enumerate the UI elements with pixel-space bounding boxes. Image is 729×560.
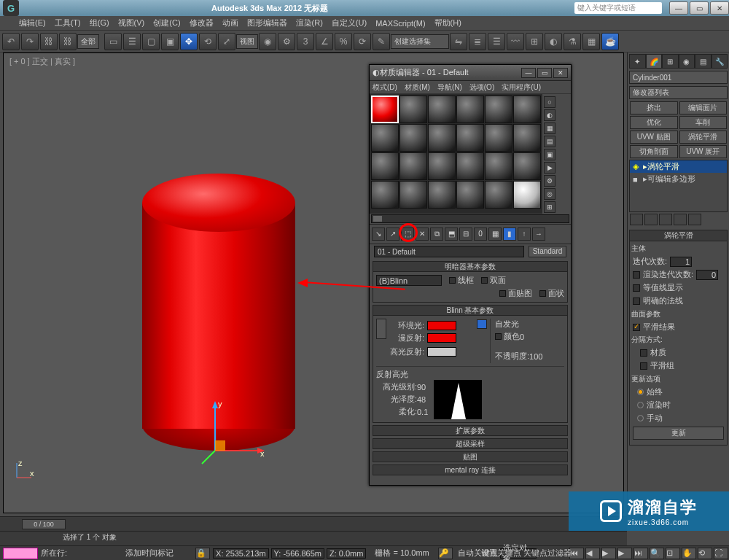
pivot-center-button[interactable]: ◉ [259,33,276,50]
menu-graph[interactable]: 图形编辑器 [247,18,287,28]
minimize-button[interactable]: — [669,1,688,15]
material-map-nav-button[interactable]: ⊞ [544,201,555,213]
shader-type-dropdown[interactable]: (B)Blinn [376,275,442,286]
menu-group[interactable]: 组(G) [90,18,109,28]
object-name-field[interactable]: Cylinder001 [629,71,728,84]
material-slot[interactable] [399,96,427,123]
tab-display[interactable]: ▤ [695,54,712,69]
faceted-checkbox[interactable] [539,290,546,297]
iterations-spinner[interactable]: 1 [670,257,692,267]
snap-toggle-button[interactable]: 3 [297,33,314,50]
setkey-button[interactable]: 设置关键点 [481,548,521,557]
material-id-button[interactable]: 0 [474,228,487,241]
video-check-button[interactable]: ▣ [544,149,555,160]
material-slot[interactable] [513,124,541,152]
material-slot[interactable] [485,124,512,152]
help-search-input[interactable]: 键入关键字或短语 [574,2,662,14]
material-slot[interactable] [371,124,399,152]
app-logo-icon[interactable]: G [3,0,19,16]
rollout-blinn-params[interactable]: Blinn 基本参数 [373,305,568,316]
configure-sets-button[interactable] [688,214,701,225]
rollout-mentalray[interactable]: mental ray 连接 [373,464,568,475]
material-slot[interactable] [428,96,456,123]
material-slot[interactable] [485,152,512,180]
make-preview-button[interactable]: ▶ [544,162,555,174]
material-slot[interactable] [371,152,399,180]
selfillum-spinner[interactable]: 0 [520,332,524,341]
schematic-view-button[interactable]: ⊞ [526,33,543,50]
pin-stack-button[interactable] [630,214,643,225]
named-selection-dropdown[interactable]: 创建选择集 [391,34,449,49]
menu-edit[interactable]: 编辑(E) [19,18,46,28]
material-slot[interactable] [428,124,456,152]
rect-region-button[interactable]: ▢ [142,33,160,50]
coord-z[interactable]: Z: 0.0mm [327,548,366,559]
material-slot[interactable] [399,152,427,180]
selfillum-color-checkbox[interactable] [495,333,502,340]
reset-map-button[interactable]: ✕ [416,228,429,241]
smooth-result-checkbox[interactable] [633,324,640,331]
diffuse-color-swatch[interactable] [427,333,456,343]
angle-snap-button[interactable]: ∠ [316,33,333,50]
make-copy-button[interactable]: ⧉ [430,228,443,241]
make-unique-button[interactable] [659,214,672,225]
make-unique-button[interactable]: ⬒ [445,228,458,241]
tab-utilities[interactable]: 🔧 [712,54,728,69]
stack-item-editpoly[interactable]: ■▸ 可编辑多边形 [630,173,727,185]
menu-tools[interactable]: 工具(T) [55,18,81,28]
material-slot[interactable] [456,181,484,209]
dialog-maximize-button[interactable]: ▭ [537,68,552,78]
rollout-shader-params[interactable]: 明暗器基本参数 [373,261,568,272]
manipulate-button[interactable]: ⚙ [278,33,295,50]
select-by-mat-button[interactable]: ◎ [544,188,555,200]
options-button[interactable]: ⚙ [544,175,555,187]
curve-editor-button[interactable]: 〰 [507,33,524,50]
prev-frame-button[interactable]: ◀ [585,548,600,559]
material-slot[interactable] [428,181,456,209]
isoline-checkbox[interactable] [633,284,640,292]
material-slot[interactable] [513,152,541,180]
play-button[interactable]: ▶ [601,548,616,559]
rollout-supersampling[interactable]: 超级采样 [373,438,568,449]
modbtn-optimize[interactable]: 优化 [630,116,678,129]
viewport-label[interactable]: [ + 0 ] 正交 | 真实 ] [9,56,75,67]
assign-to-selection-button[interactable]: ⬚ [401,228,414,241]
select-name-button[interactable]: ☰ [123,33,141,50]
menu-modifiers[interactable]: 修改器 [190,18,214,28]
named-sel-edit-button[interactable]: ✎ [373,33,390,50]
menu-create[interactable]: 创建(C) [153,18,180,28]
render-iter-spinner[interactable]: 0 [696,270,718,280]
material-slot[interactable] [513,96,541,123]
matmenu-material[interactable]: 材质(M) [405,82,430,93]
lock-selection-button[interactable]: 🔒 [195,548,210,559]
update-render-radio[interactable] [637,402,644,408]
material-slot-1[interactable] [371,96,399,123]
move-gizmo-icon[interactable]: y x [200,400,266,467]
soften-spinner[interactable]: 0.1 [417,408,428,416]
modbtn-uvwunwrap[interactable]: UVW 展开 [679,145,728,158]
menu-render[interactable]: 渲染(R) [296,18,323,28]
matmenu-utilities[interactable]: 实用程序(U) [502,82,541,93]
material-editor-button[interactable]: ◐ [545,33,562,50]
menu-views[interactable]: 视图(V) [118,18,145,28]
modbtn-editpatch[interactable]: 编辑面片 [679,101,728,114]
material-slot[interactable] [456,96,484,123]
time-slider-knob[interactable]: 0 / 100 [22,519,66,529]
coord-x[interactable]: X: 2535.213m [213,548,269,559]
pan-button[interactable]: ✋ [682,548,696,559]
zoom-button[interactable]: 🔍 [650,548,664,559]
modbtn-chamfer[interactable]: 切角剖面 [630,145,678,158]
modbtn-turbosmooth[interactable]: 涡轮平滑 [679,131,728,144]
material-slot[interactable] [456,124,484,152]
modbtn-extrude[interactable]: 挤出 [630,101,678,114]
facemap-checkbox[interactable] [499,290,506,297]
tab-create[interactable]: ✦ [629,54,646,69]
update-always-radio[interactable] [637,389,644,395]
unlink-button[interactable]: ⛓ [59,33,77,50]
add-time-tag[interactable]: 添加时间标记 [125,548,174,559]
align-button[interactable]: ≣ [469,33,486,50]
show-in-viewport-button[interactable]: ▦ [488,228,502,241]
material-slot[interactable] [513,181,541,209]
glossiness-spinner[interactable]: 48 [417,395,426,404]
material-slot[interactable] [456,152,484,180]
